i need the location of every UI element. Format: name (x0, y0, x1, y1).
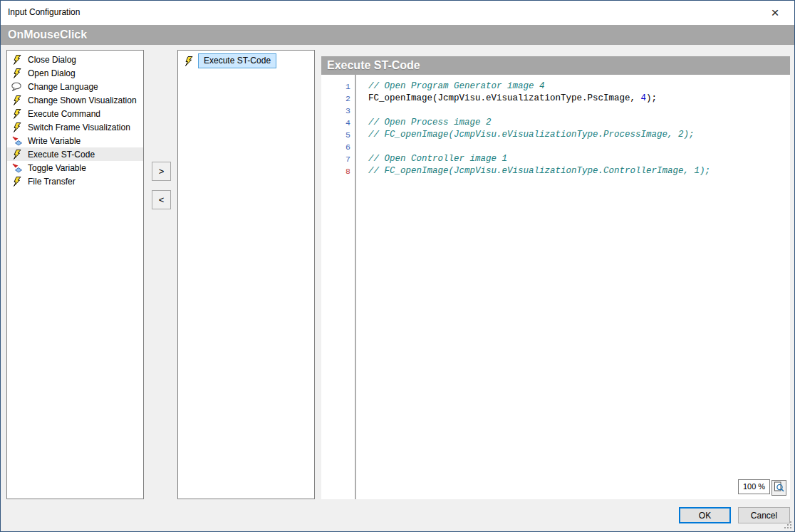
list-item-execute-command[interactable]: Execute Command (7, 107, 143, 120)
list-item-label: Switch Frame Visualization (28, 122, 130, 132)
list-item-toggle-variable[interactable]: Toggle Variable (7, 161, 143, 174)
code-segment: // FC_openImage(JcmpVisu.eVisualizationT… (356, 129, 695, 141)
list-item-label: Write Variable (28, 136, 80, 146)
list-item-label: Change Language (28, 82, 98, 92)
title-bar: Input Configuration × (1, 1, 794, 25)
lightning-icon (11, 149, 22, 160)
list-item-label: Toggle Variable (28, 163, 86, 173)
lightning-icon (11, 122, 22, 132)
detail-header-label: Execute ST-Code (327, 59, 420, 71)
list-item-change-language[interactable]: Change Language (7, 80, 143, 93)
list-item-file-transfer[interactable]: File Transfer (7, 174, 143, 188)
ok-button[interactable]: OK (679, 507, 731, 523)
code-lines: 1 // Open Program Generator image 4 2 FC… (321, 80, 790, 177)
code-segment: FC_openImage(JcmpVisu.eVisualizationType… (368, 93, 641, 103)
lightning-icon (11, 176, 22, 187)
line-number: 4 (321, 117, 356, 129)
code-line: 2 FC_openImage(JcmpVisu.eVisualizationTy… (321, 93, 790, 105)
lightning-icon (183, 56, 194, 66)
write-variable-icon (11, 135, 22, 146)
line-number: 7 (321, 153, 356, 165)
code-line: 1 // Open Program Generator image 4 (321, 80, 790, 93)
st-code-editor[interactable]: 1 // Open Program Generator image 4 2 FC… (321, 75, 790, 499)
write-variable-icon (11, 162, 22, 173)
code-segment (356, 141, 368, 153)
available-actions-list[interactable]: Close Dialog Open Dialog Change Language… (6, 50, 144, 499)
code-segment: // Open Process image 2 (356, 117, 492, 129)
add-action-button[interactable]: > (152, 162, 171, 181)
event-header-label: OnMouseClick (8, 28, 87, 41)
list-item-write-variable[interactable]: Write Variable (7, 134, 143, 147)
assigned-item-label[interactable]: Execute ST-Code (198, 53, 276, 68)
code-segment: // Open Program Generator image 4 (356, 80, 545, 93)
list-item-label: Open Dialog (28, 68, 76, 78)
list-item-label: Execute ST-Code (28, 150, 95, 160)
lightning-icon (11, 95, 22, 105)
lightning-icon (11, 54, 22, 65)
code-segment: // Open Controller image 1 (356, 153, 507, 165)
list-item-switch-frame-visualization[interactable]: Switch Frame Visualization (7, 120, 143, 134)
list-item-label: Execute Command (28, 109, 100, 119)
lightning-icon (11, 108, 22, 119)
line-number: 8 (321, 165, 356, 177)
assigned-item-execute-st-code[interactable]: Execute ST-Code (178, 53, 314, 68)
code-line: 3 (321, 105, 790, 117)
speech-bubble-icon (11, 81, 22, 92)
list-item-open-dialog[interactable]: Open Dialog (7, 66, 143, 80)
code-segment (356, 105, 368, 117)
line-number: 1 (321, 80, 356, 93)
code-segment: // FC_openImage(JcmpVisu.eVisualizationT… (356, 165, 710, 177)
resize-grip-icon[interactable] (784, 521, 793, 530)
assigned-actions-list[interactable]: Execute ST-Code (177, 50, 315, 499)
input-configuration-dialog: Input Configuration × OnMouseClick Close… (0, 0, 795, 532)
line-number: 2 (321, 93, 356, 105)
line-number: 6 (321, 141, 356, 153)
line-number: 3 (321, 105, 356, 117)
code-line: 7 // Open Controller image 1 (321, 153, 790, 165)
list-item-label: Change Shown Visualization (28, 95, 137, 105)
code-line: 8 // FC_openImage(JcmpVisu.eVisualizatio… (321, 165, 790, 177)
remove-action-button[interactable]: < (152, 190, 171, 209)
code-segment: ); (646, 93, 657, 103)
code-line: 6 (321, 141, 790, 153)
zoom-level-field[interactable]: 100 % (738, 479, 770, 494)
list-item-close-dialog[interactable]: Close Dialog (7, 53, 143, 66)
close-icon[interactable]: × (766, 4, 784, 22)
zoom-button[interactable] (771, 480, 786, 496)
code-segment: 4 (641, 93, 647, 103)
code-line: 4 // Open Process image 2 (321, 117, 790, 129)
list-item-execute-st-code[interactable]: Execute ST-Code (7, 147, 143, 161)
code-line: 5 // FC_openImage(JcmpVisu.eVisualizatio… (321, 129, 790, 141)
line-number: 5 (321, 129, 356, 141)
lightning-icon (11, 68, 22, 78)
window-title: Input Configuration (8, 7, 80, 17)
list-item-label: Close Dialog (28, 55, 76, 65)
list-item-label: File Transfer (28, 177, 76, 187)
detail-panel-header: Execute ST-Code (321, 56, 790, 75)
list-item-change-shown-visualization[interactable]: Change Shown Visualization (7, 93, 143, 107)
cancel-button[interactable]: Cancel (738, 507, 790, 523)
event-header: OnMouseClick (1, 25, 794, 45)
magnifier-page-icon (774, 481, 784, 494)
